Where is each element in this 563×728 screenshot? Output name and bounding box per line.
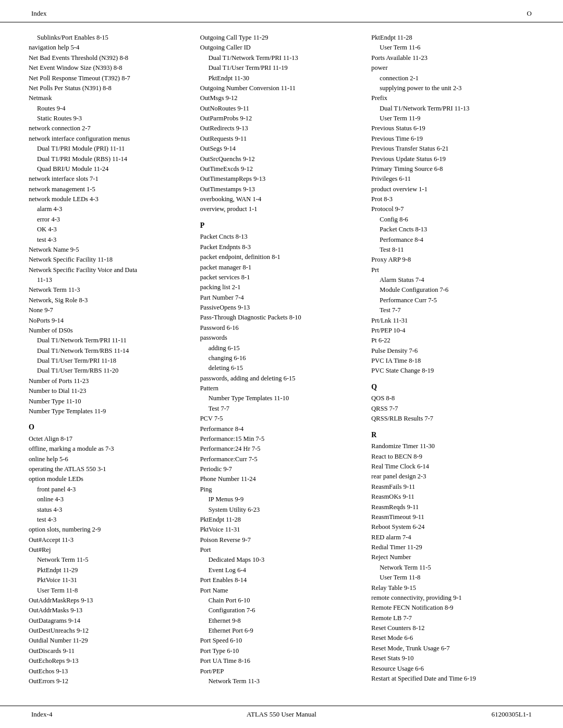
index-entry: OutTimeExcds 9-12: [200, 164, 363, 174]
index-entry: Restart at Specified Date and Time 6-19: [371, 674, 534, 684]
index-entry: OutMsgs 9-12: [200, 93, 363, 103]
index-entry: Dual T1/User Term/PRI 11-18: [37, 356, 192, 366]
index-entry: front panel 4-3: [37, 485, 192, 495]
index-entry: Port UA Time 8-16: [200, 656, 363, 666]
index-entry: OutTimestamps 9-13: [200, 184, 363, 194]
index-entry: OutDiscards 9-11: [29, 646, 192, 656]
index-entry: OutDestUnreachs 9-12: [29, 626, 192, 636]
index-entry: packet services 8-1: [200, 273, 363, 282]
section-heading: P: [200, 220, 363, 231]
index-entry: Test 7-7: [380, 305, 534, 315]
index-entry: Network Term 11-5: [380, 563, 534, 573]
index-entry: Dual T1/Network Term/PRI 11-13: [380, 104, 534, 114]
index-entry: Password 6-16: [200, 323, 363, 333]
index-entry: Test 8-11: [380, 245, 534, 255]
index-entry: Previous Status 6-19: [371, 124, 534, 133]
index-entry: PCV 7-5: [200, 414, 363, 424]
index-entry: QRSS/RLB Results 7-7: [371, 414, 534, 424]
index-entry: Dual T1/Network Term/RBS 11-14: [37, 346, 192, 356]
index-entry: ReasmOKs 9-11: [371, 492, 534, 502]
index-entry: passwords, adding and deleting 6-15: [200, 374, 363, 384]
index-entry: Reset Counters 8-12: [371, 623, 534, 633]
index-entry: OutSrcQuenchs 9-12: [200, 154, 363, 164]
header-right: O: [527, 9, 532, 18]
index-entry: Performance:24 Hr 7-5: [200, 444, 363, 454]
index-entry: OutTimestampReps 9-13: [200, 174, 363, 184]
index-entry: Relay Table 9-15: [371, 583, 534, 593]
index-entry: Reboot System 6-24: [371, 522, 534, 532]
index-entry: Network, Sig Role 8-3: [29, 295, 192, 305]
index-entry: Net Bad Events Threshold (N392) 8-8: [29, 53, 192, 63]
index-entry: User Term 11-8: [37, 586, 192, 596]
index-entry: Poison Reverse 9-7: [200, 535, 363, 545]
footer-right: 61200305L1-1: [365, 710, 532, 719]
index-entry: Number Type 11-10: [29, 397, 192, 406]
section-heading: R: [371, 429, 534, 441]
index-entry: navigation help 5-4: [29, 43, 192, 53]
index-entry: Network Name 9-5: [29, 245, 192, 255]
index-entry: OutRequests 9-11: [200, 134, 363, 144]
index-entry: Pass-Through Diagnostic Packets 8-10: [200, 313, 363, 323]
index-entry: OutAddrMasks 9-13: [29, 606, 192, 615]
section-heading: O: [29, 422, 192, 433]
index-entry: power: [371, 63, 534, 73]
index-entry: online help 5-6: [29, 454, 192, 464]
index-entry: Module Configuration 7-6: [380, 285, 534, 295]
index-entry: Reset Mode, Trunk Usage 6-7: [371, 644, 534, 653]
index-entry: React to BECN 8-9: [371, 452, 534, 462]
index-entry: ReasmReqds 9-11: [371, 502, 534, 512]
index-entry: Network Specific Facility Voice and Data: [29, 265, 192, 275]
index-entry: OutErrors 9-12: [29, 676, 192, 686]
index-entry: PktEndpt 11-28: [371, 33, 534, 43]
index-entry: Number to Dial 11-23: [29, 386, 192, 396]
index-entry: Previous Update Status 6-19: [371, 154, 534, 164]
index-entry: OutParmProbs 9-12: [200, 114, 363, 124]
index-entry: Prt: [371, 265, 534, 275]
index-entry: status 4-3: [37, 505, 192, 515]
index-entry: Prt/Lnk 11-31: [371, 316, 534, 326]
index-entry: ReasmFails 9-11: [371, 482, 534, 492]
index-entry: PktVoice 11-31: [200, 525, 363, 535]
index-entry: System Utility 6-23: [209, 505, 363, 515]
index-entry: Outgoing Number Conversion 11-11: [200, 83, 363, 93]
index-entry: Number Type Templates 11-10: [209, 393, 363, 403]
index-entry: operating the ATLAS 550 3-1: [29, 464, 192, 474]
index-entry: Number of DS0s: [29, 326, 192, 336]
index-entry: User Term 11-8: [380, 573, 534, 583]
index-entry: Dual T1/User Term/PRI 11-19: [209, 63, 363, 73]
index-entry: Network Term 11-3: [29, 285, 192, 295]
index-entry: network module LEDs 4-3: [29, 194, 192, 204]
index-entry: overview, product 1-1: [200, 204, 363, 214]
index-entry: Packet Endpnts 8-3: [200, 242, 363, 252]
index-entry: Alarm Status 7-4: [380, 275, 534, 285]
index-entry: Prefix: [371, 93, 534, 103]
index-entry: 11-13: [37, 275, 192, 285]
index-entry: Proxy ARP 9-8: [371, 255, 534, 265]
index-entry: packet endpoint, definition 8-1: [200, 252, 363, 262]
index-entry: QOS 8-8: [371, 393, 534, 403]
index-entry: Part Number 7-4: [200, 293, 363, 303]
index-entry: Pulse Density 7-6: [371, 346, 534, 356]
index-entry: Reset Stats 9-10: [371, 653, 534, 663]
page-header: Index O: [0, 0, 563, 22]
index-entry: Outdial Number 11-29: [29, 636, 192, 646]
index-entry: Previous Transfer Status 6-21: [371, 144, 534, 154]
index-entry: OutEchos 9-13: [29, 667, 192, 676]
index-entry: deleting 6-15: [209, 363, 363, 373]
index-entry: Port Speed 6-10: [200, 636, 363, 646]
index-entry: ReasmTimeout 9-11: [371, 512, 534, 522]
index-entry: Chain Port 6-10: [209, 596, 363, 606]
index-entry: Primary Timing Source 6-8: [371, 164, 534, 174]
index-entry: OK 4-3: [37, 225, 192, 235]
index-entry: Ping: [200, 485, 363, 495]
index-entry: PVC IA Time 8-18: [371, 356, 534, 366]
index-entry: Configuration 7-6: [209, 606, 363, 615]
index-entry: Config 8-6: [380, 215, 534, 225]
index-entry: Net Event Window Size (N393) 8-8: [29, 63, 192, 73]
index-entry: network interface slots 7-1: [29, 174, 192, 184]
index-entry: Outgoing Caller ID: [200, 43, 363, 53]
index-entry: remote connectivity, providing 9-1: [371, 593, 534, 603]
index-entry: Quad BRI/U Module 11-24: [37, 164, 192, 174]
index-entry: User Term 11-9: [380, 114, 534, 124]
index-entry: Reject Number: [371, 552, 534, 562]
